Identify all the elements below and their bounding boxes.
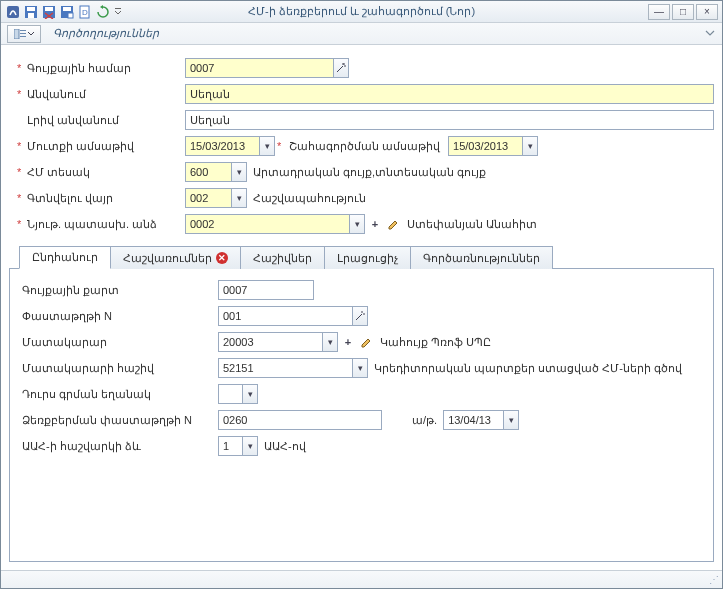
svg-rect-3	[28, 13, 34, 18]
acq-date-input[interactable]	[443, 410, 503, 430]
entry-date-label: Մուտքի ամսաթիվ	[9, 140, 185, 153]
toolbar-dropdown-icon[interactable]	[113, 4, 123, 20]
document-icon[interactable]: D	[77, 4, 93, 20]
oper-date-label: Շահագործման ամսաթիվ	[275, 140, 448, 153]
chevron-down-icon[interactable]: ▾	[503, 410, 519, 430]
chevron-down-icon[interactable]: ▾	[522, 136, 538, 156]
titlebar: D ՀՄ-ի ձեռքբերում և շահագործում (Նոր) — …	[1, 1, 722, 23]
minimize-button[interactable]: —	[648, 4, 670, 20]
vat-mode-label: ԱԱՀ-ի հաշվարկի ձև	[22, 440, 218, 453]
full-name-label: Լրիվ անվանում	[9, 114, 185, 127]
doc-n-label: Փաստաթղթի N	[22, 310, 218, 323]
fa-type-input[interactable]	[185, 162, 231, 182]
window-title: ՀՄ-ի ձեռքբերում և շահագործում (Նոր)	[248, 5, 475, 18]
supplier-label: Մատակարար	[22, 336, 218, 349]
tab-calculations[interactable]: Հաշվառումներ ✕	[110, 246, 241, 269]
fa-type-label: ՀՄ տեսակ	[9, 166, 185, 179]
supplier-desc: Կահույք Պռոֆ ՍՊԸ	[380, 336, 491, 349]
export-mode-label: Դուրս գրման եղանակ	[22, 388, 218, 401]
vat-mode-desc: ԱԱՀ-ով	[264, 440, 306, 453]
edit-icon[interactable]	[385, 214, 401, 234]
entry-date-input[interactable]	[185, 136, 259, 156]
fa-type-desc: Արտադրական գույք,տնտեսական գույք	[253, 166, 486, 179]
add-icon[interactable]: +	[340, 332, 356, 352]
vat-mode-input[interactable]	[218, 436, 242, 456]
svg-rect-11	[115, 8, 121, 9]
chevron-down-icon[interactable]: ▾	[242, 436, 258, 456]
responsible-input[interactable]	[185, 214, 349, 234]
acq-doc-label: Ձեռքբերման փաստաթղթի N	[22, 414, 218, 427]
save-close-icon[interactable]	[41, 4, 57, 20]
tabs: Ընդհանուր Հաշվառումներ ✕ Հաշիվներ Լրացու…	[9, 245, 714, 562]
svg-rect-2	[27, 7, 35, 11]
svg-rect-12	[14, 29, 19, 39]
svg-rect-13	[20, 30, 26, 31]
svg-rect-15	[20, 36, 26, 37]
statusbar: ⋰	[1, 570, 722, 588]
doc-n-input[interactable]	[218, 306, 352, 326]
save-new-icon[interactable]	[59, 4, 75, 20]
oper-date-input[interactable]	[448, 136, 522, 156]
chevron-down-icon[interactable]: ▾	[352, 358, 368, 378]
wand-icon[interactable]	[352, 306, 368, 326]
supplier-input[interactable]	[218, 332, 322, 352]
svg-rect-0	[7, 6, 19, 18]
location-desc: Հաշվապահություն	[253, 192, 366, 205]
acq-doc-input[interactable]	[218, 410, 382, 430]
chevron-down-icon[interactable]: ▾	[349, 214, 365, 234]
chevron-down-icon[interactable]: ▾	[259, 136, 275, 156]
responsible-label: Նյութ. պատասխ. անձ	[9, 218, 185, 231]
chevron-down-icon[interactable]: ▾	[231, 162, 247, 182]
actions-menu[interactable]: Գործողություններ	[53, 27, 159, 40]
supplier-account-input[interactable]	[218, 358, 352, 378]
wand-icon[interactable]	[333, 58, 349, 78]
svg-rect-14	[20, 33, 26, 34]
menubar: Գործողություններ	[1, 23, 722, 45]
name-input[interactable]	[185, 84, 714, 104]
chevron-down-icon[interactable]: ▾	[242, 384, 258, 404]
app-icon	[5, 4, 21, 20]
name-label: Անվանում	[9, 88, 185, 101]
card-input[interactable]	[218, 280, 314, 300]
svg-rect-5	[45, 7, 53, 11]
supplier-account-label: Մատակարարի հաշիվ	[22, 362, 218, 375]
inventory-number-label: Գույքային համար	[9, 62, 185, 75]
app-window: D ՀՄ-ի ձեռքբերում և շահագործում (Նոր) — …	[0, 0, 723, 589]
tab-functions[interactable]: Գործառնություններ	[410, 246, 553, 269]
tab-panel-general: Գույքային քարտ Փաստաթղթի N Մատակարար	[9, 269, 714, 562]
error-icon: ✕	[216, 252, 228, 264]
chevron-down-icon[interactable]: ▾	[322, 332, 338, 352]
svg-text:D: D	[82, 8, 88, 17]
tab-general[interactable]: Ընդհանուր	[19, 246, 111, 269]
card-label: Գույքային քարտ	[22, 284, 218, 297]
tab-additional[interactable]: Լրացուցիչ	[324, 246, 411, 269]
supplier-account-desc: Կրեդիտորական պարտքեր ստացված ՀՄ-ների գծո…	[374, 362, 682, 375]
chevron-down-icon[interactable]: ▾	[231, 188, 247, 208]
refresh-icon[interactable]	[95, 4, 111, 20]
view-menu-button[interactable]	[7, 25, 41, 43]
content-area: Գույքային համար Անվանում Լրիվ անվանում Մ…	[1, 45, 722, 570]
tab-accounts[interactable]: Հաշիվներ	[240, 246, 325, 269]
full-name-input[interactable]	[185, 110, 714, 130]
chevron-down-icon	[28, 31, 34, 37]
location-input[interactable]	[185, 188, 231, 208]
inventory-number-input[interactable]	[185, 58, 333, 78]
add-icon[interactable]: +	[367, 214, 383, 234]
export-mode-input[interactable]	[218, 384, 242, 404]
edit-icon[interactable]	[358, 332, 374, 352]
acq-date-label: ա/թ.	[412, 414, 437, 427]
svg-rect-8	[68, 13, 73, 18]
resize-grip-icon[interactable]: ⋰	[709, 574, 718, 585]
close-button[interactable]: ×	[696, 4, 718, 20]
maximize-button[interactable]: □	[672, 4, 694, 20]
location-label: Գտնվելու վայր	[9, 192, 185, 205]
expand-icon[interactable]	[704, 27, 716, 39]
save-icon[interactable]	[23, 4, 39, 20]
responsible-desc: Ստեփանյան Անահիտ	[407, 218, 537, 231]
svg-rect-7	[63, 7, 71, 11]
